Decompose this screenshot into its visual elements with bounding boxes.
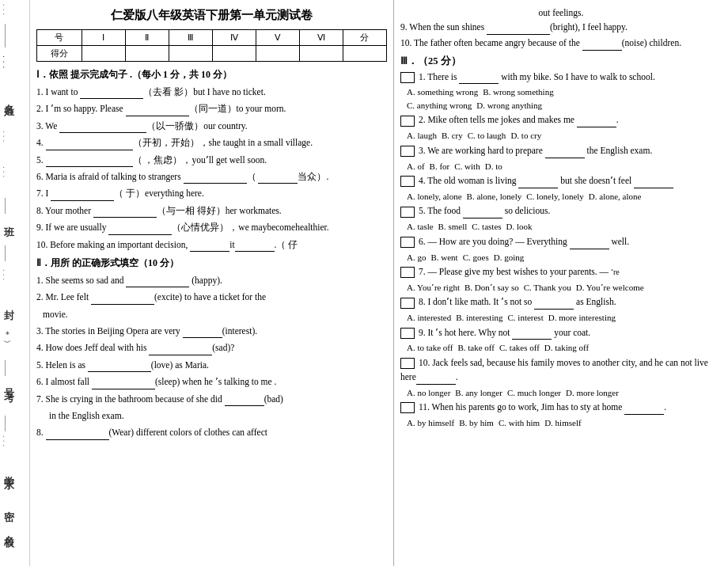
option-row-2: A. laugh B. cry C. to laugh D. to cry [407,129,722,142]
blank-s2-3 [183,327,222,338]
s2-q8: 8. (Wear) different colors of clothes ca… [36,425,387,439]
score-table: 号 Ⅰ Ⅱ Ⅲ Ⅳ Ⅴ Ⅵ 分 得分 [36,29,387,62]
bracket-6 [400,237,415,248]
s2-q2: 2. Mr. Lee felt (excite) to have a ticke… [36,290,387,304]
margin-label-ban: 班 [2,218,16,221]
opt-8a: A. interested [407,311,451,325]
blank-s1-2 [126,105,189,116]
blank-r-9 [487,24,550,35]
margin-label-xuexiao: 学中永 [2,467,16,472]
s1-q4: 4. （开初，开始），she taught in a small village… [36,135,387,150]
opt-9a: A. to take off [407,341,453,355]
opt-9c: C. takes off [499,341,540,355]
margin-dots-3: ... [2,166,11,180]
table-header-3: Ⅲ [169,30,212,46]
s2-q6: 6. I almost fall (sleep) when he ʼs talk… [36,374,387,389]
opt-4c: C. lonely, lonely [526,190,584,203]
opt-4b: B. alone, lonely [467,190,522,203]
opt-2d: D. to cry [510,129,541,142]
margin-label-mingxiao: 名校 [2,526,16,530]
opt-11d: D. himself [544,416,581,430]
option-row-7: A. Youʼre right B. Donʼt say so C. Thank… [407,281,722,294]
option-row-9: A. to take off B. take off C. takes off … [407,341,722,355]
margin-line-1 [5,24,6,47]
opt-11c: C. with him [499,416,540,430]
margin-label-xingming: 名姓 [2,95,16,101]
margin-label-name: ... [2,55,11,71]
s2-q7: 7. She is crying in the bathroom because… [36,392,387,406]
mc-q11: 11. When his parents go to work, Jim has… [400,401,722,415]
opt-6b: B. went [430,251,457,264]
margin-label-mi: 密 [2,503,16,506]
margin-label-feng: 封 [2,301,16,304]
margin-dots-5: ... [2,435,11,449]
opt-9b: B. take off [457,341,495,355]
blank-s1-10b [235,241,275,252]
bracket-1 [400,72,415,83]
opt-7d: D. Youʼre welcome [576,281,644,294]
mc-q6: 6. — How are you doing? — Everything wel… [400,235,722,249]
table-header-2: Ⅱ [125,30,169,46]
table-score-3 [169,46,212,62]
table-score-1 [82,46,125,62]
blank-s1-5 [46,156,133,167]
opt-3c: C. with [454,160,480,173]
opt-2b: B. cry [442,129,463,142]
s1-q7: 7. I （ 于）everything here. [36,186,387,200]
blank-s1-7 [51,190,114,201]
opt-5a: A. tasle [407,220,434,234]
option-row-10: A. no longer B. any longer C. much longe… [407,386,722,400]
opt-8d: D. more interesting [548,311,616,325]
mc-q6-options: A. go B. went C. goes D. going [407,251,722,264]
table-score-2 [125,46,169,62]
table-header-7: 分 [343,30,386,46]
option-row-5: A. tasle B. smell C. tastes D. look [407,220,722,234]
s2-q3: 3. The stories in Beijing Opera are very… [36,324,387,338]
table-score-5 [256,46,299,62]
blank-s2-1 [126,276,189,287]
right-q9: 9. When the sun shines (bright), I feel … [400,21,722,35]
option-row-4: A. lonely, alone B. alone, lonely C. lon… [407,190,722,203]
s1-q8: 8. Your mother （与一相 得好）her workmates. [36,203,387,218]
table-header-6: Ⅵ [299,30,343,46]
opt-7b: B. Donʼt say so [464,281,519,294]
margin-line-4 [5,360,6,376]
s1-q1: 1. I want to （去看 影）but I have no ticket. [36,85,387,99]
blank-s1-8 [93,207,157,218]
s1-q6: 6. Maria is afraid of talking to strange… [36,169,387,184]
mc-q8: 8. I donʼt like math. It ʼs not so as En… [400,295,722,310]
opt-4d: D. alone, alone [589,190,642,203]
table-score-label: 得分 [37,46,82,62]
s1-q9: 9. If we are usually （心情优异），we maybecome… [36,220,387,234]
margin-line-3 [5,245,6,261]
opt-5d: D. look [506,220,533,234]
blank-s1-4 [46,139,133,150]
right-q10: 10. The father often became angry becaus… [400,36,722,51]
table-score-4 [212,46,256,62]
mc-q3: 3. We are working hard to prepare the En… [400,144,722,158]
opt-8b: B. interesting [456,311,502,325]
bracket-7 [400,267,415,278]
mc-q10-options: A. no longer B. any longer C. much longe… [407,386,722,400]
left-section: 仁爱版八年级英语下册第一单元测试卷 号 Ⅰ Ⅱ Ⅲ Ⅳ Ⅴ Ⅵ 分 得分 [30,0,394,566]
bracket-2 [400,116,415,127]
blank-mc-4a [518,177,558,188]
blank-mc-5 [463,207,502,218]
opt-10d: D. more longer [566,386,619,400]
opt-5b: B. smell [438,220,468,234]
bracket-11 [400,402,415,413]
blank-s2-6 [92,378,155,389]
s2-q1: 1. She seems so sad and (happy). [36,273,387,287]
margin-line-5 [5,416,6,431]
blank-mc-1 [459,73,499,84]
opt-1d: D. wrong anything [476,99,542,112]
mc-q9: 9. It ʼs hot here. Why not your coat. [400,326,722,340]
table-header-4: Ⅳ [212,30,256,46]
blank-s1-1 [80,88,143,99]
option-row-6: A. go B. went C. goes D. going [407,251,722,264]
blank-mc-4b [634,177,673,188]
table-score-7 [343,46,386,62]
mc-q11-options: A. by himself B. by him C. with him D. h… [407,416,722,430]
opt-10c: C. much longer [507,386,561,400]
opt-11a: A. by himself [407,416,454,430]
